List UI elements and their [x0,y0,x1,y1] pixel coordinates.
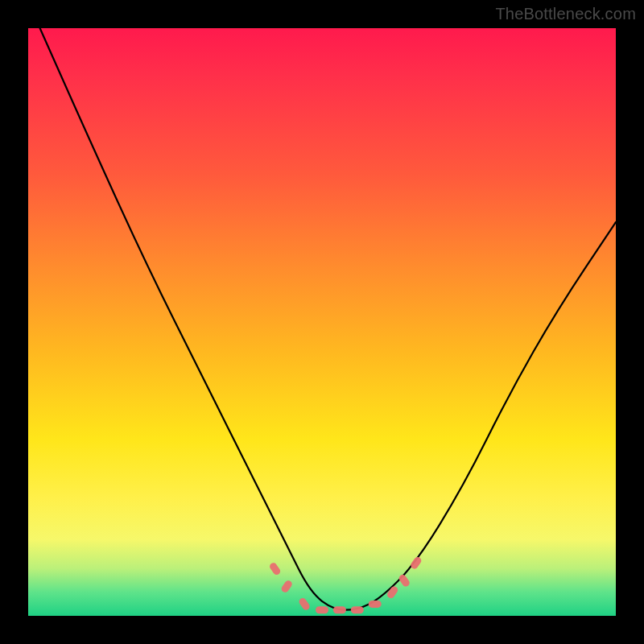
svg-rect-2 [298,597,312,611]
plot-area [28,28,616,616]
trough-marker [369,601,382,608]
trough-marker [298,597,312,611]
svg-rect-6 [369,601,382,608]
trough-marker [386,585,399,600]
svg-rect-0 [268,561,282,576]
curve-path [40,28,616,610]
chart-frame: TheBottleneck.com [0,0,644,644]
trough-markers [268,555,423,613]
svg-rect-4 [333,606,346,613]
trough-marker [333,606,346,613]
svg-rect-9 [410,555,423,570]
bottleneck-curve [28,28,616,616]
trough-marker [280,579,294,593]
trough-marker [316,606,328,613]
svg-rect-7 [386,585,399,600]
svg-rect-3 [316,606,328,613]
svg-rect-1 [280,579,294,593]
trough-marker [268,561,282,576]
watermark-text: TheBottleneck.com [495,5,636,23]
svg-rect-5 [351,606,364,613]
trough-marker [351,606,364,613]
trough-marker [410,555,423,570]
